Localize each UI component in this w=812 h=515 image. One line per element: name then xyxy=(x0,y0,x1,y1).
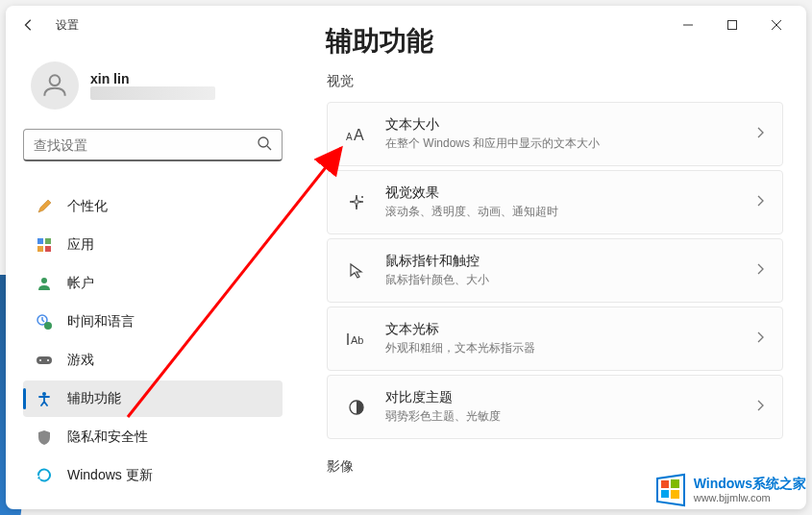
card-text: 视觉效果 滚动条、透明度、动画、通知超时 xyxy=(385,184,755,220)
card-contrast-themes[interactable]: 对比度主题 弱势彩色主题、光敏度 xyxy=(327,375,783,439)
card-text-size[interactable]: AA 文本大小 在整个 Windows 和应用中显示的文本大小 xyxy=(327,102,783,166)
svg-point-13 xyxy=(39,359,41,361)
card-subtitle: 滚动条、透明度、动画、通知超时 xyxy=(385,204,755,220)
card-text: 鼠标指针和触控 鼠标指针颜色、大小 xyxy=(385,253,755,288)
card-title: 文本光标 xyxy=(385,321,755,338)
section-vision-label: 视觉 xyxy=(327,73,783,90)
person-icon xyxy=(39,70,70,101)
search-box[interactable] xyxy=(23,129,283,161)
cursor-icon xyxy=(345,259,368,282)
text-cursor-icon: Ab xyxy=(345,328,368,351)
back-button[interactable] xyxy=(13,10,44,40)
watermark-title: Windows系统之家 xyxy=(694,476,806,492)
apps-icon xyxy=(35,235,54,255)
svg-rect-25 xyxy=(661,490,669,498)
svg-point-14 xyxy=(47,359,49,361)
card-mouse-pointer[interactable]: 鼠标指针和触控 鼠标指针颜色、大小 xyxy=(327,238,783,303)
nav-label: 辅助功能 xyxy=(67,390,121,407)
search-input[interactable] xyxy=(34,137,257,153)
chevron-right-icon xyxy=(755,262,765,280)
close-button[interactable] xyxy=(754,10,799,40)
chevron-right-icon xyxy=(755,194,765,211)
svg-text:A: A xyxy=(354,127,364,143)
maximize-icon xyxy=(727,20,737,30)
app-title: 设置 xyxy=(56,17,79,34)
svg-point-11 xyxy=(44,322,52,330)
nav-personalization[interactable]: 个性化 xyxy=(23,188,283,225)
svg-point-18 xyxy=(361,196,363,198)
maximize-button[interactable] xyxy=(710,10,754,40)
nav-accessibility[interactable]: 辅助功能 xyxy=(23,380,283,417)
search-icon xyxy=(257,135,272,155)
avatar xyxy=(31,61,79,110)
svg-rect-24 xyxy=(671,479,679,488)
nav-label: 隐私和安全性 xyxy=(67,429,148,446)
nav-label: 个性化 xyxy=(67,198,108,215)
paintbrush-icon xyxy=(35,197,54,216)
card-title: 对比度主题 xyxy=(385,389,755,406)
page-title: 辅助功能 xyxy=(326,23,433,60)
svg-rect-5 xyxy=(37,238,43,244)
nav-windows-update[interactable]: Windows 更新 xyxy=(23,457,283,494)
card-subtitle: 外观和粗细，文本光标指示器 xyxy=(385,340,755,356)
card-title: 视觉效果 xyxy=(385,184,755,202)
chevron-right-icon xyxy=(755,331,765,348)
text-size-icon: AA xyxy=(345,123,368,146)
card-text-cursor[interactable]: Ab 文本光标 外观和粗细，文本光标指示器 xyxy=(327,307,783,371)
svg-rect-7 xyxy=(37,246,43,252)
main-panel: 视觉 AA 文本大小 在整个 Windows 和应用中显示的文本大小 视觉效果 … xyxy=(294,44,806,509)
nav-accounts[interactable]: 帐户 xyxy=(23,265,283,302)
clock-globe-icon xyxy=(35,312,54,331)
user-block[interactable]: xin lin xyxy=(23,61,283,110)
card-text: 文本大小 在整个 Windows 和应用中显示的文本大小 xyxy=(385,116,755,152)
svg-point-15 xyxy=(42,392,46,396)
svg-rect-26 xyxy=(671,490,679,499)
sparkle-icon xyxy=(345,191,368,214)
chevron-right-icon xyxy=(755,126,765,143)
windows-logo-icon xyxy=(652,471,690,509)
minimize-icon xyxy=(683,20,693,30)
window-controls xyxy=(666,10,799,40)
nav-privacy[interactable]: 隐私和安全性 xyxy=(23,419,283,455)
svg-text:A: A xyxy=(346,132,353,142)
svg-line-4 xyxy=(267,146,271,150)
user-name: xin lin xyxy=(90,71,215,86)
card-subtitle: 在整个 Windows 和应用中显示的文本大小 xyxy=(385,135,755,152)
svg-rect-12 xyxy=(37,356,52,364)
watermark: Windows系统之家 www.bjjmlw.com xyxy=(652,471,806,509)
sidebar: xin lin 个性化 应用 xyxy=(6,44,294,509)
card-text: 文本光标 外观和粗细，文本光标指示器 xyxy=(385,321,755,356)
watermark-url: www.bjjmlw.com xyxy=(694,492,806,504)
card-subtitle: 弱势彩色主题、光敏度 xyxy=(385,408,755,425)
svg-point-9 xyxy=(41,278,47,283)
nav-gaming[interactable]: 游戏 xyxy=(23,342,283,379)
nav-label: Windows 更新 xyxy=(67,467,153,484)
person-icon xyxy=(35,274,54,293)
nav-label: 时间和语言 xyxy=(67,313,135,331)
nav-label: 游戏 xyxy=(67,352,94,369)
nav-label: 应用 xyxy=(67,236,94,254)
minimize-button[interactable] xyxy=(666,10,710,40)
accessibility-icon xyxy=(35,389,54,408)
card-visual-effects[interactable]: 视觉效果 滚动条、透明度、动画、通知超时 xyxy=(327,170,783,234)
chevron-right-icon xyxy=(755,399,765,416)
nav-list: 个性化 应用 帐户 时间和语言 游戏 xyxy=(23,188,283,494)
close-icon xyxy=(772,20,781,30)
update-icon xyxy=(35,466,54,485)
svg-rect-1 xyxy=(728,21,737,30)
svg-rect-8 xyxy=(45,246,51,252)
gamepad-icon xyxy=(35,351,54,370)
nav-apps[interactable]: 应用 xyxy=(23,227,283,263)
nav-time-language[interactable]: 时间和语言 xyxy=(23,304,283,340)
svg-rect-6 xyxy=(45,238,51,244)
user-email-redacted xyxy=(90,86,215,100)
card-text: 对比度主题 弱势彩色主题、光敏度 xyxy=(385,389,755,425)
svg-text:Ab: Ab xyxy=(351,334,363,346)
contrast-icon xyxy=(345,396,368,419)
svg-rect-23 xyxy=(661,480,669,488)
content-area: xin lin 个性化 应用 xyxy=(6,44,806,509)
card-subtitle: 鼠标指针颜色、大小 xyxy=(385,272,755,288)
card-title: 文本大小 xyxy=(385,116,755,134)
shield-icon xyxy=(35,428,54,447)
svg-point-2 xyxy=(50,75,61,86)
